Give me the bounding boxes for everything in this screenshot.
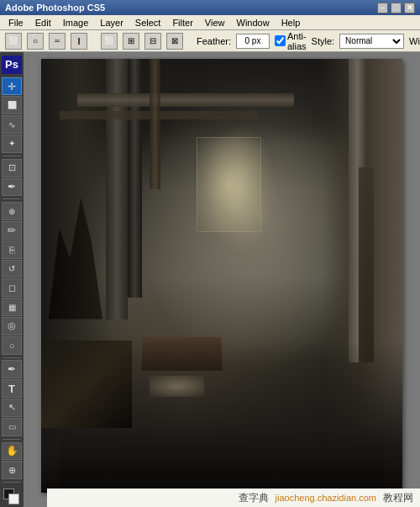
shape-btn[interactable]: ▭ (2, 418, 22, 436)
options-bar: ⬜ ○ ═ ‖ ⬜ ⊞ ⊟ ⊠ Feather: Anti-alias Styl… (0, 30, 420, 52)
history-brush-btn[interactable]: ↺ (2, 260, 22, 278)
marquee-tool-btn[interactable]: ⬜ (2, 96, 22, 114)
lasso-tool-btn[interactable]: ∿ (2, 115, 22, 134)
canvas-area: 查字典 jiaocheng.chazidian.com 教程网 (24, 52, 420, 507)
feather-input[interactable] (236, 34, 270, 49)
menu-edit[interactable]: Edit (30, 17, 56, 29)
ellipse-marquee-btn[interactable]: ○ (27, 33, 44, 50)
anti-alias-label: Anti-alias (275, 31, 307, 51)
new-selection-btn[interactable]: ⬜ (101, 33, 118, 50)
factory-floor-highlight (150, 376, 204, 398)
watermark-bar: 查字典 jiaocheng.chazidian.com 教程网 (47, 489, 420, 507)
maximize-button[interactable]: □ (391, 3, 402, 13)
type-btn[interactable]: T (2, 379, 22, 398)
tool-sep3 (3, 357, 21, 358)
watermark-site: jiaocheng.chazidian.com (276, 493, 376, 503)
add-selection-btn[interactable]: ⊞ (123, 33, 139, 50)
factory-vertical-pipe (150, 59, 160, 189)
tool-sep2 (3, 198, 21, 199)
zoom-btn[interactable]: ⊕ (2, 461, 22, 479)
menu-help[interactable]: Help (276, 17, 306, 29)
menu-image[interactable]: Image (58, 17, 94, 29)
ps-logo: Ps (2, 55, 22, 74)
photo-background (41, 59, 402, 493)
style-label: Style: (312, 36, 335, 46)
healing-brush-btn[interactable]: ⊕ (2, 202, 22, 220)
menu-view[interactable]: View (200, 17, 230, 29)
pen-btn[interactable]: ✒ (2, 360, 22, 378)
subtract-selection-btn[interactable]: ⊟ (144, 33, 161, 50)
factory-debris (60, 428, 385, 493)
style-select[interactable]: Normal Fixed Ratio Fixed Size (339, 34, 404, 49)
gradient-btn[interactable]: ▦ (2, 298, 22, 316)
tool-sep1 (3, 156, 21, 156)
tool-sep5 (3, 482, 21, 483)
magic-wand-btn[interactable]: ✦ (2, 135, 22, 153)
watermark-chinese: 查字典 (239, 491, 269, 505)
photo-canvas (41, 59, 402, 493)
crop-tool-btn[interactable]: ⊡ (2, 159, 22, 177)
single-col-btn[interactable]: ‖ (71, 33, 87, 50)
close-button[interactable]: ✕ (404, 3, 415, 13)
menu-select[interactable]: Select (130, 17, 166, 29)
title-bar-left: Adobe Photoshop CS5 (5, 3, 105, 13)
anti-alias-checkbox[interactable] (275, 35, 286, 46)
single-row-btn[interactable]: ═ (49, 33, 66, 50)
clone-stamp-btn[interactable]: ⎘ (2, 240, 22, 259)
feather-label: Feather: (197, 36, 231, 46)
factory-rubble (41, 341, 132, 427)
menu-bar: File Edit Image Layer Select Filter View… (0, 15, 420, 30)
minimize-button[interactable]: – (377, 3, 388, 13)
factory-light (204, 124, 276, 254)
eraser-btn[interactable]: ◻ (2, 278, 22, 297)
menu-file[interactable]: File (3, 17, 29, 29)
move-tool-btn[interactable]: ✛ (2, 77, 22, 96)
eyedropper-btn[interactable]: ✒ (2, 178, 22, 197)
menu-layer[interactable]: Layer (95, 17, 129, 29)
path-selection-btn[interactable]: ↖ (2, 399, 22, 417)
dodge-btn[interactable]: ○ (2, 336, 22, 355)
toolbar: Ps ✛ ⬜ ∿ ✦ ⊡ ✒ ⊕ ✏ ⎘ ↺ ◻ ▦ ◎ ○ ✒ T ↖ ▭ ✋… (0, 52, 24, 507)
title-bar: Adobe Photoshop CS5 – □ ✕ (0, 0, 420, 15)
watermark-suffix: 教程网 (383, 491, 413, 505)
factory-beam1 (77, 93, 294, 106)
main-area: Ps ✛ ⬜ ∿ ✦ ⊡ ✒ ⊕ ✏ ⎘ ↺ ◻ ▦ ◎ ○ ✒ T ↖ ▭ ✋… (0, 52, 420, 507)
title-bar-controls: – □ ✕ (377, 3, 415, 13)
menu-window[interactable]: Window (232, 17, 275, 29)
width-label: Width: (409, 36, 420, 46)
hand-btn[interactable]: ✋ (2, 442, 22, 461)
title-bar-text: Adobe Photoshop CS5 (5, 3, 105, 13)
brush-tool-btn[interactable]: ✏ (2, 221, 22, 240)
tool-sep4 (3, 439, 21, 440)
blur-btn[interactable]: ◎ (2, 317, 22, 335)
menu-filter[interactable]: Filter (167, 17, 197, 29)
rect-marquee-btn[interactable]: ⬜ (5, 33, 22, 50)
intersect-selection-btn[interactable]: ⊠ (166, 33, 183, 50)
color-picker[interactable] (2, 487, 22, 504)
factory-leaning-beam (359, 167, 373, 362)
